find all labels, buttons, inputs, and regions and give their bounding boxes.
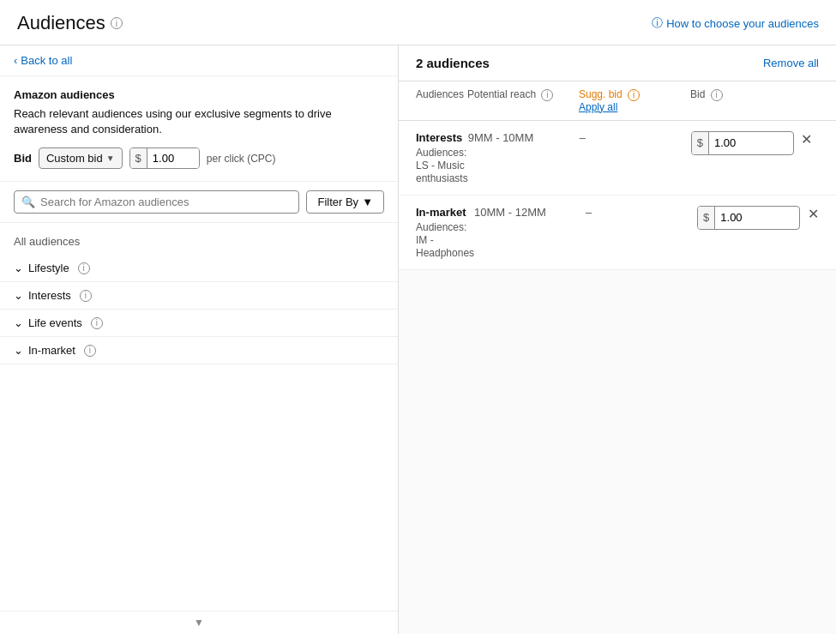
back-link[interactable]: ‹ Back to all xyxy=(14,54,384,67)
back-link-bar: ‹ Back to all xyxy=(0,45,398,76)
help-link-text: How to choose your audiences xyxy=(666,17,819,30)
bid-cpc-label: per click (CPC) xyxy=(207,153,276,165)
search-filter-row: 🔍 Filter By ▼ xyxy=(0,182,398,223)
category-lifestyle[interactable]: ⌄ Lifestyle i xyxy=(0,255,398,282)
category-in-market[interactable]: ⌄ In-market i xyxy=(0,337,398,364)
bid-col-info-icon[interactable]: i xyxy=(711,89,723,101)
question-icon: ⓘ xyxy=(652,15,663,31)
reach-info-icon[interactable]: i xyxy=(541,89,553,101)
bid-dollar-0: $ xyxy=(692,132,709,154)
audiences-list: All audiences ⌄ Lifestyle i ⌄ Interests … xyxy=(0,223,398,611)
title-text: Audiences xyxy=(17,12,105,34)
reach-value-0: 9MM - 10MM xyxy=(468,131,580,144)
filter-btn-text: Filter By xyxy=(317,196,358,208)
bid-label: Bid xyxy=(14,152,32,165)
life-events-info-icon[interactable]: i xyxy=(91,317,103,329)
bid-input-0[interactable] xyxy=(709,132,761,154)
sugg-bid-value-0: – xyxy=(580,131,691,144)
scroll-indicator: ▼ xyxy=(0,611,398,634)
audience-name-1: In-market Audiences: IM - Headphones xyxy=(416,206,474,259)
page-header: Audiences i ⓘ How to choose your audienc… xyxy=(0,0,836,45)
bid-cell-1: $ xyxy=(697,206,800,230)
category-interests-label: Interests xyxy=(28,289,71,302)
audience-name-0: Interests Audiences: LS - Music enthusia… xyxy=(416,131,468,184)
back-link-text: Back to all xyxy=(21,54,72,67)
audiences-count: 2 audiences xyxy=(416,56,490,70)
remove-row-0-button[interactable]: ✕ xyxy=(794,131,820,147)
help-link[interactable]: ⓘ How to choose your audiences xyxy=(652,15,819,31)
audience-detail-0: Audiences: LS - Music enthusiasts xyxy=(416,147,468,184)
right-header: 2 audiences Remove all xyxy=(399,45,836,81)
col-bid-header: Bid i xyxy=(690,88,793,113)
all-audiences-label: All audiences xyxy=(0,232,398,255)
audience-rows-container: Interests Audiences: LS - Music enthusia… xyxy=(399,121,836,635)
category-in-market-label: In-market xyxy=(28,344,75,357)
apply-all-link[interactable]: Apply all xyxy=(579,101,690,113)
search-icon: 🔍 xyxy=(21,196,35,208)
audience-type-0: Interests xyxy=(416,131,468,144)
category-interests[interactable]: ⌄ Interests i xyxy=(0,282,398,310)
bid-dollar-sign: $ xyxy=(130,148,147,168)
title-info-icon[interactable]: i xyxy=(111,17,123,29)
bid-row: Bid Custom bid ▼ $ per click (CPC) xyxy=(14,147,384,169)
search-input[interactable] xyxy=(40,196,292,208)
bid-input-1[interactable] xyxy=(715,207,767,229)
bid-select-chevron-icon: ▼ xyxy=(106,153,115,163)
section-description: Reach relevant audiences using our exclu… xyxy=(14,106,384,137)
in-market-info-icon[interactable]: i xyxy=(84,345,96,357)
search-wrap: 🔍 xyxy=(14,190,299,214)
interests-chevron-icon: ⌄ xyxy=(14,289,23,302)
category-life-events-label: Life events xyxy=(28,316,82,329)
bid-type-select[interactable]: Custom bid ▼ xyxy=(39,147,123,169)
table-row: In-market Audiences: IM - Headphones 10M… xyxy=(399,196,836,270)
section-title: Amazon audiences xyxy=(14,88,384,101)
bid-input[interactable] xyxy=(147,148,199,168)
category-life-events[interactable]: ⌄ Life events i xyxy=(0,310,398,337)
category-lifestyle-label: Lifestyle xyxy=(28,262,69,274)
remove-row-1-button[interactable]: ✕ xyxy=(800,206,826,222)
in-market-chevron-icon: ⌄ xyxy=(14,344,23,357)
col-audiences-header: Audiences xyxy=(416,88,467,113)
main-content: ‹ Back to all Amazon audiences Reach rel… xyxy=(0,45,836,634)
bid-input-wrap: $ xyxy=(129,147,200,169)
bid-dollar-1: $ xyxy=(698,207,715,229)
bid-type-text: Custom bid xyxy=(46,152,103,165)
reach-value-1: 10MM - 12MM xyxy=(474,206,586,219)
filter-by-button[interactable]: Filter By ▼ xyxy=(306,190,384,214)
col-reach-header: Potential reach i xyxy=(467,88,579,113)
lifestyle-info-icon[interactable]: i xyxy=(78,262,90,274)
back-chevron-icon: ‹ xyxy=(14,54,17,67)
interests-info-icon[interactable]: i xyxy=(80,290,92,302)
left-panel: ‹ Back to all Amazon audiences Reach rel… xyxy=(0,45,399,634)
audience-type-1: In-market xyxy=(416,206,474,219)
table-header: Audiences Potential reach i Sugg. bid i … xyxy=(399,81,836,121)
lifestyle-chevron-icon: ⌄ xyxy=(14,262,23,274)
audience-detail-1: Audiences: IM - Headphones xyxy=(416,221,474,259)
right-panel: 2 audiences Remove all Audiences Potenti… xyxy=(399,45,836,634)
page-title: Audiences i xyxy=(17,12,123,34)
bid-cell-0: $ xyxy=(691,131,794,155)
col-sugg-bid-header: Sugg. bid i Apply all xyxy=(579,88,690,113)
remove-all-link[interactable]: Remove all xyxy=(763,57,819,69)
sugg-bid-value-1: – xyxy=(586,206,697,219)
sugg-bid-info-icon[interactable]: i xyxy=(628,89,640,101)
filter-chevron-icon: ▼ xyxy=(362,196,373,208)
amazon-audiences-section: Amazon audiences Reach relevant audience… xyxy=(0,76,398,182)
life-events-chevron-icon: ⌄ xyxy=(14,316,23,329)
table-row: Interests Audiences: LS - Music enthusia… xyxy=(399,121,836,196)
